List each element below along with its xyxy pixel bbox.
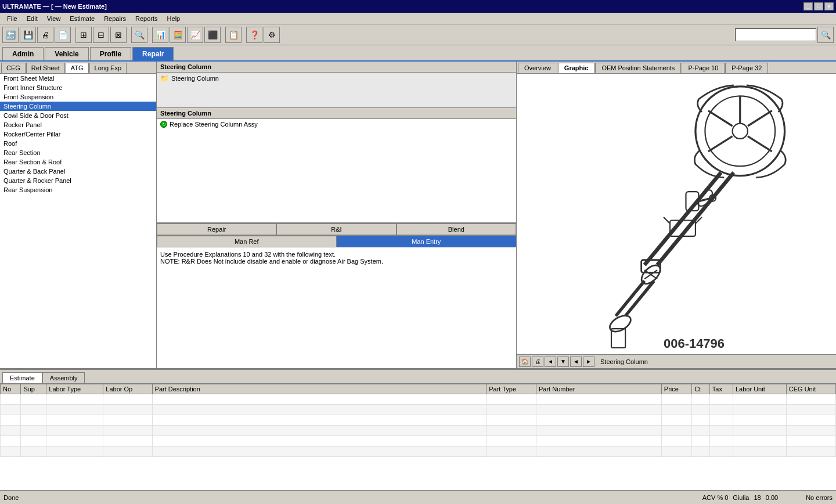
blend-button[interactable]: Blend (397, 224, 516, 235)
table-cell (709, 436, 733, 447)
graphic-tab-oem[interactable]: OEM Position Statements (595, 63, 681, 73)
toolbar-btn-13[interactable]: 📋 (225, 27, 242, 43)
toolbar-btn-help[interactable]: ❓ (246, 27, 262, 43)
menu-file[interactable]: File (2, 14, 22, 23)
category-rocker-panel[interactable]: Rocker Panel (0, 120, 156, 129)
status-acv: ACV % 0 (702, 494, 729, 501)
category-rocker-center[interactable]: Rocker/Center Pillar (0, 129, 156, 139)
home-button[interactable]: 🏠 (519, 357, 531, 367)
table-cell (21, 394, 46, 405)
table-row[interactable] (1, 426, 836, 436)
category-rear-section[interactable]: Rear Section (0, 148, 156, 157)
status-done: Done (3, 494, 19, 501)
subtab-ceg[interactable]: CEG (1, 63, 26, 73)
subtab-atg[interactable]: ATG (66, 63, 89, 73)
category-front-inner[interactable]: Front Inner Structure (0, 83, 156, 92)
nav-tab-admin[interactable]: Admin (2, 47, 44, 60)
menu-edit[interactable]: Edit (22, 14, 42, 23)
svg-line-19 (664, 217, 670, 224)
app-title: ULTRAMATE — [ — New Estimate] (2, 3, 107, 10)
toolbar-btn-5[interactable]: ⊞ (75, 27, 92, 43)
status-errors: No errors (806, 494, 833, 501)
toolbar-btn-1[interactable]: 🔙 (2, 27, 19, 43)
toolbar-search-input[interactable] (735, 28, 816, 41)
nav-tab-repair[interactable]: Repair (132, 47, 174, 60)
graphic-tab-ppage10[interactable]: P-Page 10 (682, 63, 725, 73)
table-cell (1, 405, 21, 415)
menu-repairs[interactable]: Repairs (99, 14, 131, 23)
menu-view[interactable]: View (42, 14, 66, 23)
menu-help[interactable]: Help (163, 14, 185, 23)
nav-tab-vehicle[interactable]: Vehicle (45, 47, 88, 60)
table-cell (536, 415, 662, 426)
category-front-sheet-metal[interactable]: Front Sheet Metal (0, 74, 156, 83)
toolbar-btn-3[interactable]: 🖨 (37, 27, 53, 43)
bottom-tab-assembly[interactable]: Assembly (42, 372, 85, 383)
next-button[interactable]: ► (583, 357, 594, 367)
toolbar-btn-8[interactable]: 🔍 (131, 27, 147, 43)
category-cowl-side[interactable]: Cowl Side & Door Post (0, 111, 156, 120)
notes-text: Use Procedure Explanations 10 and 32 wit… (160, 251, 383, 265)
subtab-longexp[interactable]: Long Exp (89, 63, 127, 73)
graphic-tab-overview[interactable]: Overview (518, 63, 557, 73)
table-cell (46, 415, 103, 426)
toolbar-btn-7[interactable]: ⊠ (110, 27, 127, 43)
toolbar-btn-10[interactable]: 🧮 (170, 27, 186, 43)
subtab-refsheet[interactable]: Ref Sheet (26, 63, 65, 73)
close-button[interactable]: × (824, 2, 834, 10)
table-row[interactable] (1, 436, 836, 447)
toolbar-btn-2[interactable]: 💾 (20, 27, 36, 43)
table-cell (733, 415, 786, 426)
prev-button[interactable]: ◄ (545, 357, 556, 367)
category-steering-column[interactable]: Steering Column (0, 102, 156, 111)
menu-estimate[interactable]: Estimate (65, 14, 99, 23)
category-roof[interactable]: Roof (0, 139, 156, 148)
table-cell (709, 447, 733, 457)
estimate-table: No Sup Labor Type Labor Op Part Descript… (0, 384, 836, 457)
print-button[interactable]: 🖨 (532, 357, 543, 367)
col-sup: Sup (21, 384, 46, 394)
maximize-button[interactable]: □ (814, 2, 823, 10)
svg-line-6 (708, 136, 733, 152)
table-row[interactable] (1, 415, 836, 426)
toolbar-btn-settings[interactable]: ⚙ (264, 27, 280, 43)
green-circle-icon (160, 121, 167, 128)
table-row[interactable] (1, 394, 836, 405)
table-cell (103, 405, 152, 415)
man-ref-button[interactable]: Man Ref (157, 236, 337, 247)
steering-column-graphic: 006-14796 (517, 74, 836, 354)
table-row[interactable] (1, 405, 836, 415)
category-rear-section-roof[interactable]: Rear Section & Roof (0, 157, 156, 167)
graphic-tab-graphic[interactable]: Graphic (558, 63, 595, 73)
toolbar-btn-6[interactable]: ⊟ (93, 27, 109, 43)
table-cell (709, 415, 733, 426)
back-button[interactable]: ◄ (570, 357, 582, 367)
table-row[interactable] (1, 447, 836, 457)
category-front-suspension[interactable]: Front Suspension (0, 92, 156, 102)
nav-tab-profile[interactable]: Profile (90, 47, 131, 60)
graphic-tab-ppage32[interactable]: P-Page 32 (725, 63, 768, 73)
section2-item-1[interactable]: Replace Steering Column Assy (157, 119, 516, 129)
man-entry-button[interactable]: Man Entry (337, 236, 517, 247)
toolbar-btn-9[interactable]: 📊 (152, 27, 168, 43)
category-quarter-rocker[interactable]: Quarter & Rocker Panel (0, 176, 156, 185)
category-rear-suspension[interactable]: Rear Suspension (0, 185, 156, 195)
minimize-button[interactable]: _ (803, 2, 813, 10)
table-cell (152, 405, 487, 415)
toolbar-btn-11[interactable]: 📈 (187, 27, 203, 43)
status-right: ACV % 0 Giulia 18 0.00 No errors (702, 494, 833, 501)
section1-item-1[interactable]: 📁 Steering Column (157, 73, 516, 84)
toolbar-search-button[interactable]: 🔍 (817, 27, 834, 43)
rni-button[interactable]: R&I (276, 224, 396, 235)
repair-button[interactable]: Repair (157, 224, 276, 235)
down-button[interactable]: ▼ (557, 357, 569, 367)
table-cell (661, 436, 691, 447)
toolbar-btn-12[interactable]: ⬛ (204, 27, 221, 43)
nav-tabs: Admin Vehicle Profile Repair (0, 45, 836, 62)
right-panel: Overview Graphic OEM Position Statements… (517, 62, 836, 368)
bottom-tab-estimate[interactable]: Estimate (2, 372, 42, 383)
category-quarter-back[interactable]: Quarter & Back Panel (0, 167, 156, 176)
status-vehicle: Giulia (733, 494, 749, 501)
toolbar-btn-4[interactable]: 📄 (55, 27, 71, 43)
menu-reports[interactable]: Reports (131, 14, 163, 23)
